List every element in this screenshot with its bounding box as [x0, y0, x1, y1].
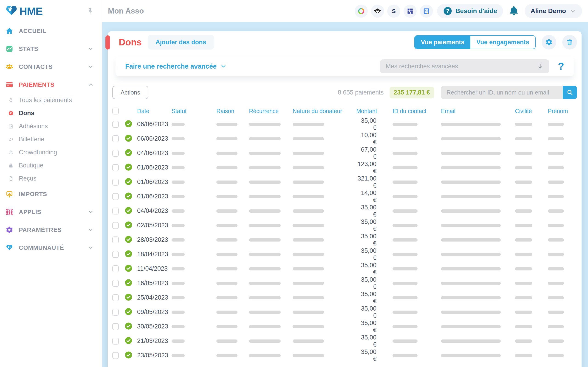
row-checkbox[interactable] [112, 121, 119, 128]
redacted-id_contact [393, 181, 418, 184]
search-button[interactable] [563, 86, 577, 99]
row-checkbox[interactable] [112, 280, 119, 287]
redacted-raison [216, 311, 237, 314]
row-checkbox[interactable] [112, 338, 119, 344]
app-chip-pixel-app-icon[interactable] [404, 5, 417, 18]
sidebar-item-dons[interactable]: €Dons [0, 107, 102, 120]
delete-button[interactable] [562, 35, 577, 50]
user-menu[interactable]: Aline Demo [525, 4, 582, 18]
redacted-id_contact [393, 137, 418, 140]
row-checkbox[interactable] [112, 150, 119, 157]
column-header-recurrence[interactable]: Récurrence [249, 108, 293, 115]
table-row[interactable]: 16/05/202335,00 € [112, 276, 577, 290]
row-checkbox[interactable] [112, 294, 119, 301]
cell-date: 11/04/2023 [137, 265, 172, 272]
table-row[interactable]: 04/04/202335,00 € [112, 204, 577, 218]
row-checkbox[interactable] [112, 251, 119, 258]
table-row[interactable]: 06/06/202310,00 € [112, 131, 577, 146]
table-row[interactable]: 30/05/202335,00 € [112, 319, 577, 334]
row-checkbox[interactable] [112, 135, 119, 142]
table-row[interactable]: 25/04/202335,00 € [112, 290, 577, 305]
sidebar-item-communaute[interactable]: COMMUNAUTÉ [0, 239, 102, 257]
row-checkbox[interactable] [112, 164, 119, 171]
notifications-button[interactable] [509, 6, 519, 17]
sidebar-item-billetterie[interactable]: Billetterie [0, 133, 102, 146]
row-checkbox[interactable] [112, 208, 119, 215]
sidebar-item-recus[interactable]: Reçus [0, 172, 102, 185]
redacted-raison [216, 195, 237, 198]
sidebar-item-parametres[interactable]: PARAMÈTRES [0, 221, 102, 239]
row-checkbox[interactable] [112, 193, 119, 200]
redacted-raison [216, 209, 237, 213]
table-row[interactable]: 23/05/202335,00 € [112, 348, 577, 363]
sidebar-item-contacts[interactable]: CONTACTS [0, 58, 102, 76]
table-row[interactable]: 06/06/202335,00 € [112, 117, 577, 131]
view-payments-tab[interactable]: Vue paiements [415, 36, 470, 49]
help-button[interactable]: ? Besoin d'aide [437, 4, 503, 18]
sidebar-item-tous-les-paiements[interactable]: Tous les paiements [0, 94, 102, 107]
app-chip-mailchimp-icon[interactable] [371, 5, 384, 18]
sidebar-item-accueil[interactable]: ACCUEIL [0, 22, 102, 40]
table-toolbar: Actions 8 655 paiements 235 177,81 € [112, 86, 577, 99]
payments-table-body: 06/06/202335,00 €06/06/202310,00 €04/06/… [112, 117, 577, 363]
app-chip-ring-logo-icon[interactable] [355, 5, 368, 18]
saved-searches-help-icon[interactable]: ? [558, 60, 564, 72]
view-commitments-tab[interactable]: Vue engagements [470, 36, 535, 49]
redacted-civilite [515, 166, 532, 169]
table-row[interactable]: 02/05/202335,00 € [112, 218, 577, 233]
row-checkbox[interactable] [112, 265, 119, 272]
row-checkbox[interactable] [112, 222, 119, 229]
app-chip-stripe-icon[interactable]: S [387, 5, 400, 18]
column-header-civilite[interactable]: Civilité [515, 108, 548, 115]
table-row[interactable]: 28/03/202335,00 € [112, 233, 577, 247]
redacted-nature [293, 152, 324, 155]
sidebar-item-crowdfunding[interactable]: Crowdfunding [0, 146, 102, 159]
sidebar-item-imports[interactable]: IMPORTS [0, 185, 102, 203]
row-checkbox[interactable] [112, 323, 119, 330]
redacted-recurrence [249, 209, 281, 213]
sidebar-item-adhesions[interactable]: Adhésions [0, 120, 102, 133]
table-row[interactable]: 01/06/2023123,00 € [112, 160, 577, 175]
app-logo[interactable]: HME [5, 4, 43, 18]
column-header-raison[interactable]: Raison [216, 108, 249, 115]
row-checkbox[interactable] [112, 352, 119, 359]
table-row[interactable]: 11/04/202335,00 € [112, 261, 577, 276]
redacted-email [441, 311, 501, 314]
sidebar-item-paiements[interactable]: PAIEMENTS [0, 76, 102, 94]
column-header-nature[interactable]: Nature du donateur [293, 108, 356, 115]
sidebar-item-boutique[interactable]: Boutique [0, 159, 102, 172]
column-header-id_contact[interactable]: ID du contact [393, 108, 441, 115]
table-row[interactable]: 09/05/202335,00 € [112, 305, 577, 319]
redacted-civilite [515, 238, 532, 242]
pin-sidebar-button[interactable] [87, 7, 94, 15]
app-chip-google-calendar-icon[interactable]: 31 [420, 5, 433, 18]
add-donations-button[interactable]: Ajouter des dons [148, 35, 214, 50]
sidebar-item-applis[interactable]: APPLIS [0, 203, 102, 221]
column-header-date[interactable]: Date [137, 108, 172, 115]
table-row[interactable]: 01/06/2023321,00 € [112, 175, 577, 189]
row-checkbox[interactable] [112, 179, 119, 186]
table-row[interactable]: 01/06/202314,00 € [112, 189, 577, 204]
status-success-icon [125, 322, 132, 331]
select-all-checkbox[interactable] [112, 108, 119, 115]
search-group [441, 86, 577, 99]
advanced-search-toggle[interactable]: Faire une recherche avancée [125, 63, 227, 70]
row-checkbox[interactable] [112, 309, 119, 316]
column-header-prenom[interactable]: Prénom [548, 108, 577, 115]
table-row[interactable]: 04/06/202367,00 € [112, 146, 577, 160]
column-header-statut[interactable]: Statut [172, 108, 216, 115]
column-header-montant[interactable]: Montant [356, 108, 393, 115]
actions-button[interactable]: Actions [112, 86, 148, 99]
search-input[interactable] [441, 86, 563, 99]
table-settings-button[interactable] [542, 35, 556, 50]
euro-circle-icon: € [8, 110, 14, 116]
pixel-app-icon [406, 7, 414, 15]
redacted-prenom [548, 181, 564, 184]
table-row[interactable]: 18/04/202335,00 € [112, 247, 577, 261]
table-row[interactable]: 21/03/202335,00 € [112, 334, 577, 348]
row-checkbox[interactable] [112, 236, 119, 243]
sidebar-item-stats[interactable]: STATS [0, 40, 102, 58]
column-header-email[interactable]: Email [441, 108, 515, 115]
saved-searches-select[interactable]: Mes recherches avancées [380, 59, 549, 73]
cell-montant: 35,00 € [356, 348, 376, 363]
